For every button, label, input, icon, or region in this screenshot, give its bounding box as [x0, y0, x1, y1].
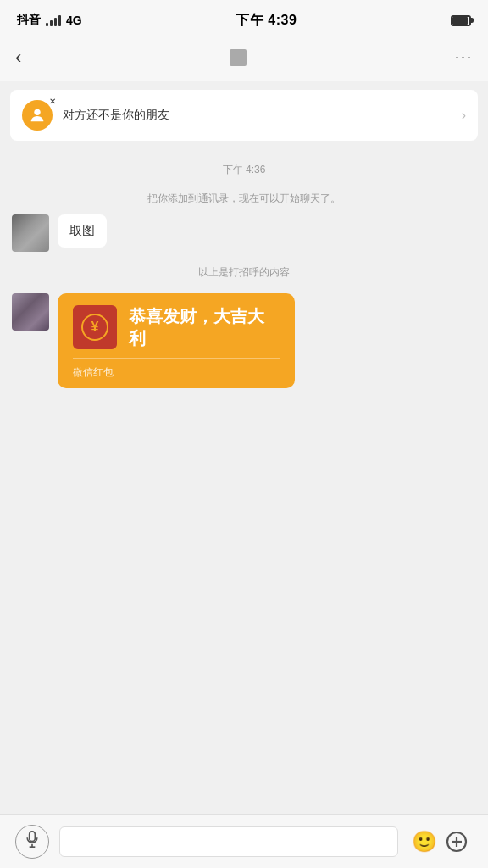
- status-left: 抖音 4G: [17, 13, 82, 28]
- red-packet-divider-line: [73, 358, 280, 359]
- red-packet-yuan-icon: ¥: [81, 314, 108, 341]
- stranger-icon: [22, 100, 53, 131]
- system-message: 把你添加到通讯录，现在可以开始聊天了。: [29, 191, 459, 206]
- stranger-banner[interactable]: 对方还不是你的朋友 ›: [10, 90, 478, 141]
- title-bar: ‹ ···: [0, 37, 488, 81]
- status-time: 下午 4:39: [236, 12, 297, 30]
- red-packet-title: 恭喜发财，大吉大利: [129, 305, 280, 349]
- greeting-message-row: 取图: [12, 214, 476, 252]
- stranger-arrow: ›: [462, 108, 466, 123]
- status-right: [451, 15, 471, 26]
- emoji-button[interactable]: 🙂: [408, 826, 441, 858]
- stranger-text: 对方还不是你的朋友: [63, 108, 452, 123]
- sender-avatar: [12, 214, 49, 252]
- chat-timestamp: 下午 4:36: [12, 163, 476, 177]
- add-button[interactable]: [441, 826, 473, 858]
- greeting-divider: 以上是打招呼的内容: [12, 265, 476, 280]
- svg-point-0: [34, 109, 40, 115]
- network-type: 4G: [66, 14, 82, 27]
- more-button[interactable]: ···: [455, 48, 473, 66]
- bottom-bar: 🙂: [0, 814, 488, 868]
- greeting-bubble: 取图: [58, 214, 107, 248]
- chat-input[interactable]: [59, 826, 398, 857]
- voice-button[interactable]: [15, 825, 49, 859]
- voice-icon: [24, 831, 41, 852]
- red-packet-inner: ¥ 恭喜发财，大吉大利: [73, 305, 280, 349]
- red-packet-icon: ¥: [73, 305, 117, 349]
- contact-avatar-small: [230, 49, 247, 66]
- signal-icon: [46, 14, 61, 26]
- red-packet-label: 微信红包: [73, 365, 280, 380]
- chat-area: 下午 4:36 把你添加到通讯录，现在可以开始聊天了。 取图 以上是打招呼的内容…: [0, 149, 488, 814]
- emoji-icon: 🙂: [412, 830, 437, 854]
- app-name: 抖音: [17, 13, 41, 28]
- battery-icon: [451, 15, 471, 26]
- red-packet-message-row: ¥ 恭喜发财，大吉大利 微信红包: [12, 293, 476, 388]
- red-packet-bubble[interactable]: ¥ 恭喜发财，大吉大利 微信红包: [58, 293, 295, 388]
- status-bar: 抖音 4G 下午 4:39: [0, 0, 488, 37]
- back-button[interactable]: ‹: [15, 47, 21, 69]
- sender-avatar-2: [12, 293, 49, 331]
- add-icon: [446, 831, 468, 853]
